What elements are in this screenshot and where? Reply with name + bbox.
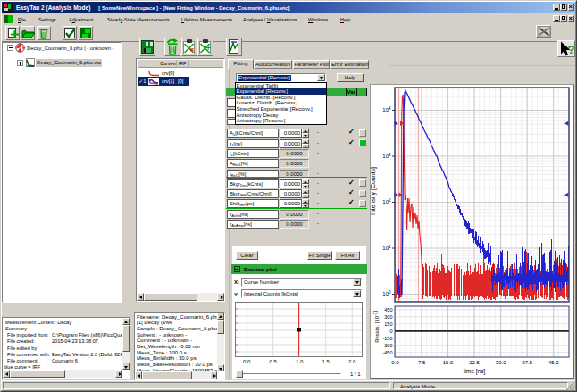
svg-text:104: 104	[382, 106, 391, 113]
svg-text:-300: -300	[382, 343, 392, 348]
svg-text:-450: -450	[382, 350, 392, 355]
svg-text:102: 102	[382, 198, 391, 204]
svg-text:0.0: 0.0	[243, 359, 251, 364]
svg-text:1.0: 1.0	[296, 359, 304, 364]
svg-text:0: 0	[389, 329, 392, 334]
svg-text:time [ns]: time [ns]	[464, 368, 486, 375]
svg-text:37.5: 37.5	[522, 360, 532, 365]
svg-text:100: 100	[382, 290, 391, 296]
svg-text:300: 300	[384, 314, 392, 320]
svg-text:7.5: 7.5	[418, 360, 426, 365]
svg-text:45.0: 45.0	[548, 360, 559, 365]
svg-text:-150: -150	[382, 336, 392, 341]
svg-text:22.5: 22.5	[469, 360, 480, 365]
svg-text:0.5: 0.5	[270, 359, 278, 364]
svg-text:Intensity [Counts]: Intensity [Counts]	[370, 167, 377, 215]
svg-text:101: 101	[382, 245, 391, 251]
svg-text:150: 150	[384, 321, 392, 327]
svg-text:450: 450	[384, 307, 392, 313]
svg-text:0.0: 0.0	[391, 360, 399, 365]
svg-text:103: 103	[382, 153, 391, 159]
svg-text:30.0: 30.0	[496, 360, 506, 365]
svg-text:2.0: 2.0	[348, 359, 356, 364]
svg-text:1.5: 1.5	[322, 359, 330, 364]
svg-text:15.0: 15.0	[443, 360, 454, 365]
svg-text:Resids. [10-3]: Resids. [10-3]	[372, 311, 380, 343]
